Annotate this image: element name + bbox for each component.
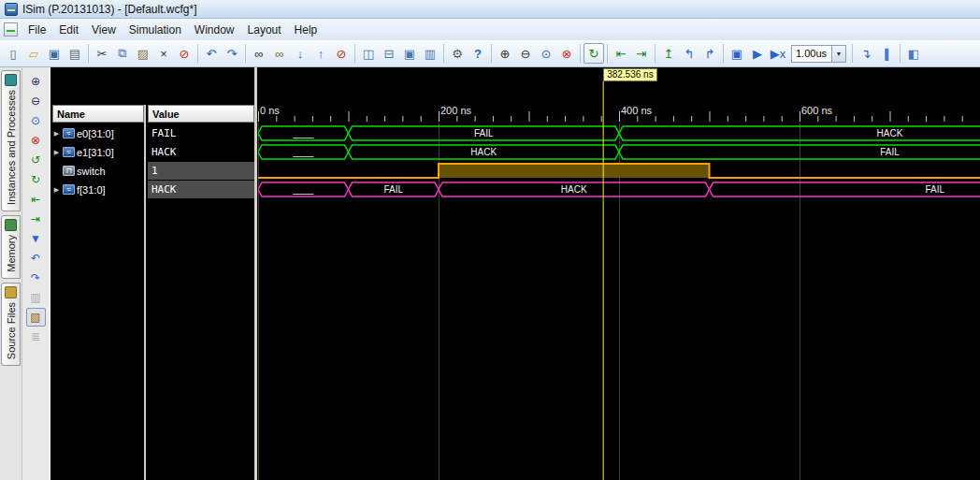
titlebar[interactable]: ISim (P.20131013) - [Default.wcfg*] [0, 0, 980, 19]
cancel-find-button[interactable]: ⊘ [331, 43, 352, 64]
chevron-down-icon[interactable]: ▼ [831, 46, 845, 62]
side-tab-memory[interactable]: Memory [1, 215, 21, 279]
zoom-in-button[interactable]: ⊕ [495, 43, 515, 64]
memory-tab-icon [5, 219, 17, 231]
signal-value-cell[interactable]: FAIL [148, 124, 254, 142]
open-file-button[interactable]: ▱ [23, 43, 44, 64]
go-to-latest-time-button[interactable]: ↻ [26, 170, 46, 189]
expand-arrow-icon[interactable]: ▶ [52, 130, 61, 138]
signal-name: switch [77, 166, 106, 177]
menu-view[interactable]: View [85, 21, 122, 39]
next-marker-button[interactable]: ↷ [26, 269, 46, 287]
tile-vertically-button[interactable]: ◫ [358, 43, 379, 64]
expand-arrow-icon[interactable]: ▶ [52, 186, 61, 194]
redo-icon: ↷ [227, 47, 238, 61]
zoom-out-button[interactable]: ⊖ [26, 92, 46, 110]
tab-label: Source Files [6, 302, 17, 359]
run-for-time-button[interactable]: ▶x [768, 43, 788, 64]
name-value-splitter[interactable] [144, 105, 146, 480]
preferences-wrench-button[interactable]: ⚙ [447, 43, 468, 64]
go-to-next-transition-button[interactable]: ⇥ [631, 43, 652, 64]
value-canvas-splitter[interactable] [254, 67, 257, 480]
zoom-to-full-view-icon: ⊙ [31, 114, 40, 127]
zoom-out-button[interactable]: ⊖ [515, 43, 536, 64]
find-button[interactable]: ∞ [249, 43, 269, 64]
step-button[interactable]: ↴ [856, 43, 876, 64]
go-to-previous-transition-button[interactable]: ⇤ [611, 43, 631, 64]
signal-value-cell[interactable]: 1 [148, 162, 254, 180]
print-button[interactable]: ▤ [65, 43, 85, 64]
signal-value: FAIL [151, 127, 177, 139]
zoom-to-cursor-button[interactable]: ⊗ [26, 131, 46, 150]
previous-marker-button[interactable]: ↶ [26, 249, 46, 268]
zoom-in-button[interactable]: ⊕ [26, 72, 46, 91]
signal-name-row[interactable]: ⊓switch [52, 162, 144, 180]
cursor-time-label[interactable]: 382.536 ns [603, 68, 657, 81]
copy-button[interactable]: ⧉ [112, 43, 133, 64]
find-in-files-button[interactable]: ∞ [269, 43, 290, 64]
side-tab-source-files[interactable]: Source Files [1, 283, 21, 366]
whats-this-help-button[interactable]: ? [468, 43, 488, 64]
waveform-svg[interactable]: 0 ns200 ns400 ns600 ns____FAILHACK____HA… [258, 67, 980, 480]
zoom-to-cursor-icon: ⊗ [31, 134, 40, 147]
wave-config-document-icon[interactable] [4, 22, 18, 36]
save-button[interactable]: ▣ [44, 43, 65, 64]
signal-name-row[interactable]: ▶≈e0[31:0] [52, 124, 144, 142]
next-transition-button[interactable]: ⇥ [26, 210, 46, 228]
step-icon: ↴ [861, 47, 872, 61]
snap-to-transition-button[interactable]: ▧ [26, 308, 46, 327]
menu-layout[interactable]: Layout [241, 21, 288, 39]
previous-transition-button[interactable]: ⇤ [26, 190, 46, 209]
run-all-icon: ▣ [731, 47, 742, 61]
menu-window[interactable]: Window [188, 21, 241, 39]
break-button[interactable]: ∥ [876, 43, 897, 64]
find-next-button[interactable]: ↓ [290, 43, 310, 64]
zoom-to-full-view-button[interactable]: ⊙ [26, 111, 46, 130]
go-to-time-zero-button[interactable]: ↺ [26, 151, 46, 169]
menu-edit[interactable]: Edit [52, 21, 85, 39]
arrange-windows-button[interactable]: ▥ [420, 43, 440, 64]
value-column-header[interactable]: Value [148, 105, 254, 123]
re-launch-button[interactable]: ↻ [584, 43, 604, 64]
cancel-find-icon: ⊘ [337, 47, 347, 61]
zoom-to-cursor-icon: ⊗ [562, 47, 572, 61]
paste-button[interactable]: ▨ [133, 43, 153, 64]
new-file-button[interactable]: ▯ [3, 43, 23, 64]
signal-name-row[interactable]: ▶≈f[31:0] [52, 181, 144, 198]
zoom-to-cursor-button[interactable]: ⊗ [556, 43, 577, 64]
stop-button[interactable]: ⊘ [174, 43, 195, 64]
print-icon: ▤ [69, 47, 80, 61]
run-all-button[interactable]: ▣ [727, 43, 747, 64]
re-launch-partial-button[interactable]: ◧ [903, 43, 924, 64]
delete-button[interactable]: × [153, 43, 174, 64]
undo-button[interactable]: ↶ [201, 43, 222, 64]
show-list-button[interactable]: ≣ [26, 327, 46, 346]
run-button[interactable]: ▶ [747, 43, 768, 64]
zoom-to-full-view-button[interactable]: ⊙ [536, 43, 556, 64]
menu-help[interactable]: Help [288, 21, 324, 39]
signal-value: HACK [151, 183, 177, 196]
signal-name-row[interactable]: ▶≈e1[31:0] [52, 143, 144, 161]
side-tab-instances-and-processes[interactable]: Instances and Processes [1, 70, 21, 211]
expand-arrow-icon[interactable]: ▶ [52, 149, 61, 156]
cut-button[interactable]: ✂ [92, 43, 112, 64]
signal-value-cell[interactable]: HACK [148, 181, 254, 198]
instances-and-processes-tab-icon [5, 74, 17, 86]
restart-button[interactable]: ↥ [658, 43, 679, 64]
menu-file[interactable]: File [22, 21, 52, 39]
step-over-button[interactable]: ↱ [699, 43, 720, 64]
tile-horizontally-button[interactable]: ⊟ [379, 43, 399, 64]
show-measure-button[interactable]: ▥ [26, 288, 46, 307]
name-column-header[interactable]: Name [52, 105, 144, 123]
add-marker-button[interactable]: ▼ [26, 229, 46, 248]
menu-simulation[interactable]: Simulation [122, 21, 188, 39]
svg-text:FAIL: FAIL [880, 147, 900, 157]
find-previous-button[interactable]: ↑ [310, 43, 331, 64]
step-return-button[interactable]: ↰ [679, 43, 699, 64]
cascade-windows-button[interactable]: ▣ [399, 43, 420, 64]
waveform-canvas[interactable]: 0 ns200 ns400 ns600 ns____FAILHACK____HA… [258, 67, 980, 480]
run-time-combo[interactable]: 1.00us▼ [791, 45, 846, 63]
signal-value-cell[interactable]: HACK [148, 143, 254, 161]
redo-button[interactable]: ↷ [222, 43, 242, 64]
toolbar: ▯▱▣▤✂⧉▨×⊘↶↷∞∞↓↑⊘◫⊟▣▥⚙?⊕⊖⊙⊗↻⇤⇥↥↰↱▣▶▶x1.00… [0, 40, 980, 67]
